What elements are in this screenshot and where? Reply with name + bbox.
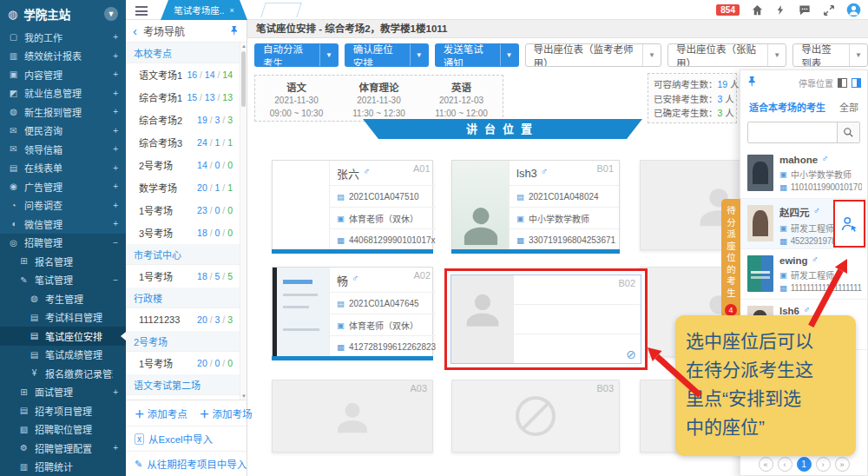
dropdown-caret-icon[interactable]: ▼: [500, 44, 518, 66]
seat-card-a02[interactable]: A02 畅♂ ▤2021C01A047645 ▣体育老师（双休） ▦412728…: [272, 267, 433, 357]
search-icon[interactable]: [837, 122, 859, 142]
exam-room-row[interactable]: 2号考场 14 / 0 / 0: [126, 154, 240, 176]
sidebar-item[interactable]: ◍ 考生管理: [0, 289, 126, 308]
add-room-button[interactable]: ＋ 添加考场: [200, 407, 253, 420]
home-icon[interactable]: [751, 3, 764, 17]
pagination-button[interactable]: «: [759, 457, 773, 472]
seat-card-b02-selected[interactable]: B02 ⊘: [444, 268, 648, 370]
sidebar-item[interactable]: ▤ 笔试座位安排: [0, 327, 126, 346]
sidebar-item[interactable]: ▥ 招聘统计: [0, 458, 126, 476]
exam-room-row[interactable]: 本校考点 / /: [126, 43, 240, 63]
sidebar-item[interactable]: ◔ 问卷调查 +: [0, 196, 126, 215]
dock-left-icon[interactable]: [838, 78, 847, 88]
dropdown-caret-icon[interactable]: ▼: [767, 44, 786, 66]
pagination-button[interactable]: ‹: [778, 457, 792, 472]
pagination-button[interactable]: 1: [797, 457, 812, 472]
chat-icon[interactable]: [798, 3, 812, 17]
import-history-button[interactable]: ✎ 从往期招考项目中导入: [126, 451, 247, 476]
candidate-row[interactable]: ewing♂ ▣研发工程师 ▦111111111111111111: [740, 249, 867, 300]
scroll-down-icon[interactable]: ▼: [240, 393, 247, 399]
open-tab[interactable]: 笔试考场座.. ×: [161, 0, 247, 20]
exam-room-row[interactable]: 市考试中心 / /: [126, 244, 240, 265]
expand-toggle-icon[interactable]: +: [113, 89, 118, 98]
seat-card-b01[interactable]: B01 lsh3♂ ▤2021C01A048024 ▣中小学数学教师 ▦3307…: [451, 160, 620, 250]
expand-toggle-icon[interactable]: +: [113, 126, 118, 136]
exam-room-row[interactable]: 11121233 20 / 3 / 3: [126, 308, 240, 331]
sidebar-item[interactable]: ✉ 便民咨询 +: [0, 122, 126, 141]
sidebar-item[interactable]: ✎ 笔试管理 −: [0, 271, 126, 290]
sidebar-item[interactable]: ▣ 内容管理 +: [0, 65, 126, 84]
dropdown-caret-icon[interactable]: ▼: [410, 44, 428, 66]
toolbar-button[interactable]: 确认座位安排 ▼: [345, 43, 429, 67]
expand-toggle-icon[interactable]: +: [113, 163, 118, 173]
sidebar-item[interactable]: ¥ 报名缴费记录管理: [0, 364, 126, 383]
expand-toggle-icon[interactable]: +: [113, 219, 118, 228]
expand-icon[interactable]: [823, 4, 835, 17]
sidebar-item[interactable]: ▧ 招聘职位管理: [0, 420, 126, 440]
exam-room-row[interactable]: 1号考场 18 / 5 / 5: [126, 265, 240, 288]
expand-toggle-icon[interactable]: +: [113, 107, 118, 116]
collapse-back-icon[interactable]: ‹: [133, 24, 137, 37]
sidebar-item[interactable]: ◉ 广告管理 +: [0, 177, 126, 196]
expand-toggle-icon[interactable]: −: [113, 238, 118, 248]
expand-toggle-icon[interactable]: +: [113, 387, 118, 397]
dropdown-caret-icon[interactable]: ▼: [849, 44, 867, 66]
exam-room-row[interactable]: 语文考试第二场 / /: [126, 374, 240, 395]
toolbar-button[interactable]: 导出座位表（监考老师用） ▼: [525, 43, 661, 67]
tab-all-candidates[interactable]: 全部: [839, 100, 858, 114]
expand-toggle-icon[interactable]: +: [113, 32, 118, 42]
toolbar-button[interactable]: 自动分派考生 ▼: [254, 43, 339, 67]
pagination-button[interactable]: »: [835, 457, 850, 472]
exam-room-row[interactable]: 3号考场 18 / 0 / 0: [126, 221, 240, 244]
scrollbar-thumb[interactable]: [241, 51, 246, 107]
seat-card-b03-disabled[interactable]: B03: [451, 380, 620, 453]
toolbar-button[interactable]: 导出座位表（张贴用） ▼: [667, 43, 786, 67]
exam-room-row[interactable]: 1号考场 20 / 0 / 0: [126, 352, 240, 374]
candidate-row-highlighted[interactable]: 赵四元♂ ▣研发工程师 ▦45232919780911: [740, 199, 867, 249]
import-excel-button[interactable]: x 从Excel中导入: [126, 426, 247, 451]
sidebar-item[interactable]: ◩ 就业信息管理 +: [0, 84, 126, 103]
exam-room-row[interactable]: 综合考场3 24 / 1 / 1: [126, 131, 240, 154]
new-tab-placeholder[interactable]: [260, 3, 302, 17]
exam-room-row[interactable]: 1号考场 23 / 0 / 0: [126, 199, 240, 221]
disable-seat-icon[interactable]: ⊘: [626, 347, 636, 361]
toolbar-button[interactable]: 导出签到表 ▼: [792, 43, 868, 67]
sidebar-item[interactable]: ▤ 在线表单 +: [0, 159, 126, 178]
expand-toggle-icon[interactable]: +: [113, 443, 118, 453]
user-avatar[interactable]: [846, 3, 861, 17]
sidebar-item[interactable]: ▤ 考试科目管理: [0, 308, 126, 327]
pin-icon[interactable]: [746, 75, 758, 90]
expand-toggle-icon[interactable]: +: [113, 144, 118, 154]
chevron-down-icon[interactable]: ▼: [104, 7, 118, 21]
exam-room-row[interactable]: 2号考场 / /: [126, 331, 240, 352]
sidebar-item[interactable]: ▥ 绩效统计报表 +: [0, 47, 126, 66]
candidate-search-input[interactable]: [748, 122, 837, 142]
notification-count-badge[interactable]: 854: [716, 4, 740, 16]
expand-toggle-icon[interactable]: +: [113, 69, 118, 79]
add-site-button[interactable]: ＋ 添加考点: [135, 407, 187, 420]
exam-room-row[interactable]: 语文考场1 16 / 14 / 14: [126, 63, 240, 86]
toolbar-button[interactable]: 发送笔试通知 ▼: [435, 43, 519, 67]
close-tab-icon[interactable]: ×: [230, 6, 234, 15]
exam-room-row[interactable]: 行政楼 / /: [126, 288, 240, 308]
bolt-icon[interactable]: [775, 3, 786, 17]
exam-room-row[interactable]: 综合考场2 19 / 3 / 3: [126, 109, 240, 131]
sidebar-item[interactable]: ▤ 笔试成绩管理: [0, 346, 126, 365]
assign-to-selected-seat-button[interactable]: [833, 200, 865, 248]
sidebar-item[interactable]: ⊞ 报名管理: [0, 252, 126, 271]
seat-card-a03[interactable]: A03: [272, 380, 433, 453]
sidebar-item[interactable]: ⚙ 招聘管理配置 +: [0, 439, 126, 458]
dropdown-caret-icon[interactable]: ▼: [319, 44, 338, 66]
sidebar-item[interactable]: ✉ 领导信箱 +: [0, 140, 126, 159]
hamburger-menu-icon[interactable]: [135, 6, 148, 18]
sidebar-item[interactable]: ◍ 新生报到管理 +: [0, 102, 126, 122]
sidebar-item[interactable]: ◖ 微信管理 +: [0, 215, 126, 234]
pagination-button[interactable]: ›: [816, 457, 831, 472]
dropdown-caret-icon[interactable]: ▼: [642, 44, 661, 66]
brand-header[interactable]: ◍ 学院主站 ▼: [0, 0, 126, 28]
exam-room-row[interactable]: 综合考场1 15 / 13 / 13: [126, 86, 240, 109]
candidate-row[interactable]: mahone♂ ▣中小学数学教师 ▦110101199001017030: [740, 149, 867, 199]
expand-toggle-icon[interactable]: +: [113, 51, 118, 61]
seat-card-a01[interactable]: A01 张六♂ ▤2021C01A047510 ▣体育老师（双休） ▦44068…: [272, 160, 433, 250]
sidebar-item[interactable]: ◎ 招聘管理 −: [0, 234, 126, 253]
